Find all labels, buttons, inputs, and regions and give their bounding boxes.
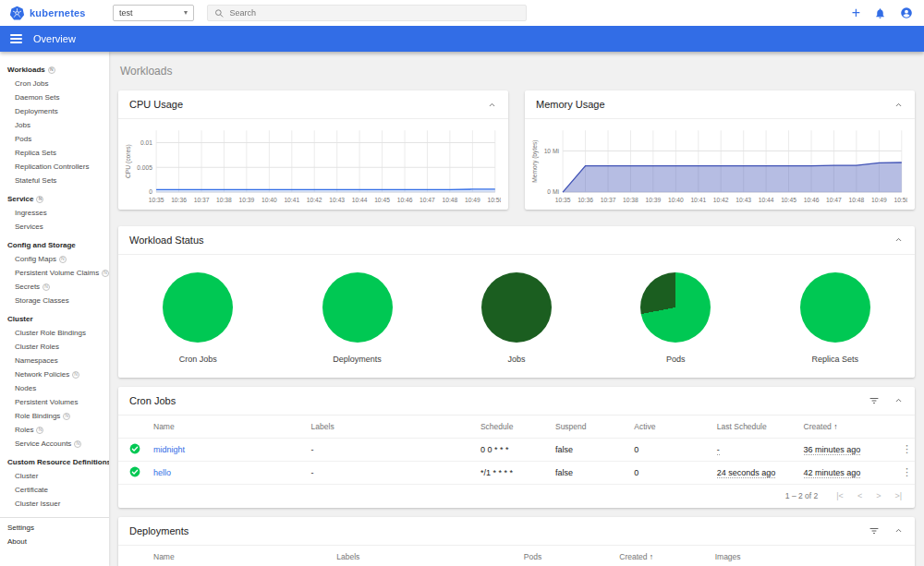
sidebar-item-cron-jobs[interactable]: Cron Jobs	[0, 77, 109, 90]
cronjob-row[interactable]: midnight-0 0 * * *false0-36 minutes ago⋮	[118, 438, 915, 461]
kubernetes-brand[interactable]: kubernetes	[9, 6, 113, 21]
column-created[interactable]: Created ↑	[796, 415, 891, 439]
sidebar-item-cluster-roles[interactable]: Cluster Roles	[0, 340, 109, 354]
table-header-row: NameLabelsPodsCreated ↑Images	[118, 546, 915, 566]
sidebar-item-label: Stateful Sets	[15, 176, 56, 185]
sidebar-item-network-policies[interactable]: Network PoliciesN	[0, 367, 109, 381]
column-name[interactable]: Name	[146, 415, 304, 439]
sidebar-item-label: Services	[15, 223, 43, 231]
pie-chart[interactable]	[640, 272, 711, 343]
row-menu-icon[interactable]: ⋮	[898, 466, 915, 477]
filter-list-icon[interactable]	[869, 395, 880, 406]
sidebar-item-cluster-role-bindings[interactable]: Cluster Role Bindings	[0, 326, 109, 340]
sidebar-item-role-bindings[interactable]: Role BindingsN	[0, 409, 109, 423]
cronjob-row[interactable]: hello-*/1 * * * *false024 seconds ago42 …	[118, 461, 915, 484]
pie-label: Replica Sets	[811, 355, 858, 364]
sidebar-item-jobs[interactable]: Jobs	[0, 118, 109, 132]
collapse-icon[interactable]	[894, 525, 904, 536]
pie-label: Jobs	[507, 355, 525, 364]
sidebar-item-config-maps[interactable]: Config MapsN	[0, 252, 109, 266]
svg-text:10:36: 10:36	[578, 197, 593, 203]
sidebar-item-nodes[interactable]: Nodes	[0, 381, 109, 395]
sidebar-item-persistent-volume-claims[interactable]: Persistent Volume ClaimsN	[0, 266, 109, 280]
sidebar-group-config-and-storage[interactable]: Config and Storage	[0, 238, 109, 252]
pie-chart[interactable]	[481, 272, 552, 343]
svg-text:0.01: 0.01	[140, 139, 152, 146]
svg-text:10:50: 10:50	[487, 197, 501, 203]
pie-chart[interactable]	[163, 272, 233, 343]
usage-charts-row: CPU Usage 10:3510:3610:3710:3810:3910:40…	[118, 90, 915, 210]
create-resource-icon[interactable]: +	[852, 6, 860, 20]
sidebar-group-cluster[interactable]: Cluster	[0, 312, 109, 326]
sidebar-item-storage-classes[interactable]: Storage Classes	[0, 294, 109, 307]
cronjob-name-link[interactable]: hello	[153, 468, 171, 477]
card-header: Memory Usage	[525, 90, 915, 119]
sidebar-item-ingresses[interactable]: Ingresses	[0, 206, 109, 220]
prev-page-icon[interactable]: <	[857, 491, 862, 500]
workload-status-pies: Cron JobsDeploymentsJobsPodsReplica Sets	[118, 255, 915, 378]
search-input[interactable]	[229, 8, 519, 18]
sidebar-item-replication-controllers[interactable]: Replication Controllers	[0, 160, 109, 174]
column-labels[interactable]: Labels	[329, 546, 517, 566]
sidebar-section-service: ServiceNIngressesServices	[0, 192, 109, 234]
column-images[interactable]: Images	[708, 546, 891, 566]
sidebar-group-custom-resource-definitions[interactable]: Custom Resource Definitions	[0, 455, 109, 469]
collapse-icon[interactable]	[894, 235, 904, 245]
column-last-schedule[interactable]: Last Schedule	[710, 415, 796, 439]
row-menu-icon[interactable]: ⋮	[898, 443, 915, 454]
namespace-selector[interactable]: test ▾	[113, 5, 194, 21]
sidebar-item-label: Cluster	[15, 472, 38, 480]
sidebar-item-secrets[interactable]: SecretsN	[0, 280, 109, 294]
pie-chart[interactable]	[322, 272, 393, 343]
sidebar-item-about[interactable]: About	[0, 535, 109, 548]
sidebar-item-label: Secrets	[15, 283, 40, 291]
sidebar-item-cluster[interactable]: Cluster	[0, 469, 109, 483]
sidebar-item-cluster-issuer[interactable]: Cluster Issuer	[0, 497, 109, 511]
sidebar-item-label: Cluster Role Bindings	[15, 329, 86, 337]
sidebar-item-stateful-sets[interactable]: Stateful Sets	[0, 174, 109, 187]
account-icon[interactable]	[900, 6, 913, 19]
collapse-icon[interactable]	[487, 100, 497, 110]
pagination-controls: |< < > >|	[836, 491, 902, 500]
card-title: Deployments	[129, 525, 188, 536]
first-page-icon[interactable]: |<	[836, 491, 844, 500]
search-box[interactable]	[207, 5, 527, 21]
pie-chart[interactable]	[800, 272, 870, 343]
column-name[interactable]: Name	[146, 546, 329, 566]
column-active[interactable]: Active	[626, 415, 710, 439]
column-suspend[interactable]: Suspend	[548, 415, 626, 439]
sidebar-item-label: Roles	[15, 426, 33, 434]
sidebar-group-workloads[interactable]: WorkloadsN	[0, 63, 109, 77]
sidebar-item-service-accounts[interactable]: Service AccountsN	[0, 437, 109, 451]
app-body: WorkloadsNCron JobsDaemon SetsDeployment…	[0, 52, 924, 566]
sidebar-item-certificate[interactable]: Certificate	[0, 483, 109, 497]
filter-list-icon[interactable]	[869, 525, 880, 536]
sidebar-item-settings[interactable]: Settings	[0, 521, 109, 535]
sidebar-item-persistent-volumes[interactable]: Persistent Volumes	[0, 395, 109, 409]
cpu-usage-card: CPU Usage 10:3510:3610:3710:3810:3910:40…	[118, 90, 508, 210]
collapse-icon[interactable]	[894, 395, 904, 405]
sidebar-group-label: Service	[7, 195, 33, 203]
last-page-icon[interactable]: >|	[894, 491, 902, 500]
collapse-icon[interactable]	[894, 100, 904, 110]
column-created[interactable]: Created ↑	[612, 546, 707, 566]
notifications-icon[interactable]	[874, 7, 886, 19]
sidebar-item-replica-sets[interactable]: Replica Sets	[0, 146, 109, 160]
namespaced-badge: N	[102, 270, 109, 277]
cronjob-name-link[interactable]: midnight	[153, 445, 185, 454]
sidebar-item-namespaces[interactable]: Namespaces	[0, 354, 109, 367]
sidebar-item-daemon-sets[interactable]: Daemon Sets	[0, 90, 109, 104]
next-page-icon[interactable]: >	[876, 491, 881, 500]
sidebar-item-deployments[interactable]: Deployments	[0, 104, 109, 118]
menu-icon[interactable]	[10, 34, 22, 43]
sidebar-item-roles[interactable]: RolesN	[0, 423, 109, 437]
column-schedule[interactable]: Schedule	[473, 415, 548, 439]
column-pods[interactable]: Pods	[517, 546, 612, 566]
sidebar-group-service[interactable]: ServiceN	[0, 192, 109, 206]
svg-text:0.005: 0.005	[137, 164, 152, 171]
column-labels[interactable]: Labels	[304, 415, 473, 439]
sidebar-item-pods[interactable]: Pods	[0, 132, 109, 146]
svg-text:10:42: 10:42	[713, 197, 729, 203]
sidebar-item-services[interactable]: Services	[0, 220, 109, 234]
pagination-range: 1 – 2 of 2	[785, 491, 818, 500]
